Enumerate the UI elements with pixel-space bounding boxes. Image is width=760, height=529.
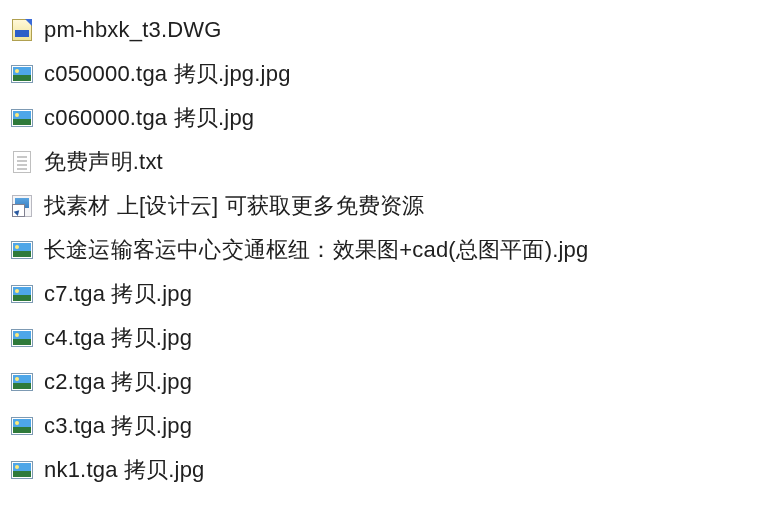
list-item[interactable]: 找素材 上[设计云] 可获取更多免费资源 [4, 184, 756, 228]
file-name-label: c060000.tga 拷贝.jpg [44, 103, 254, 133]
list-item[interactable]: c4.tga 拷贝.jpg [4, 316, 756, 360]
image-file-icon [10, 282, 34, 306]
image-file-icon [10, 326, 34, 350]
text-file-icon [10, 150, 34, 174]
list-item[interactable]: c050000.tga 拷贝.jpg.jpg [4, 52, 756, 96]
list-item[interactable]: nk1.tga 拷贝.jpg [4, 448, 756, 492]
file-name-label: c7.tga 拷贝.jpg [44, 279, 192, 309]
file-name-label: 找素材 上[设计云] 可获取更多免费资源 [44, 191, 424, 221]
list-item[interactable]: 免费声明.txt [4, 140, 756, 184]
file-name-label: c4.tga 拷贝.jpg [44, 323, 192, 353]
file-name-label: c2.tga 拷贝.jpg [44, 367, 192, 397]
file-name-label: 长途运输客运中心交通枢纽：效果图+cad(总图平面).jpg [44, 235, 588, 265]
image-file-icon [10, 458, 34, 482]
image-file-icon [10, 238, 34, 262]
file-name-label: 免费声明.txt [44, 147, 163, 177]
list-item[interactable]: c060000.tga 拷贝.jpg [4, 96, 756, 140]
file-name-label: pm-hbxk_t3.DWG [44, 17, 222, 43]
image-file-icon [10, 370, 34, 394]
file-name-label: c3.tga 拷贝.jpg [44, 411, 192, 441]
list-item[interactable]: pm-hbxk_t3.DWG [4, 8, 756, 52]
file-name-label: nk1.tga 拷贝.jpg [44, 455, 205, 485]
list-item[interactable]: c7.tga 拷贝.jpg [4, 272, 756, 316]
shortcut-icon [10, 194, 34, 218]
list-item[interactable]: c2.tga 拷贝.jpg [4, 360, 756, 404]
dwg-file-icon [10, 18, 34, 42]
list-item[interactable]: 长途运输客运中心交通枢纽：效果图+cad(总图平面).jpg [4, 228, 756, 272]
file-name-label: c050000.tga 拷贝.jpg.jpg [44, 59, 291, 89]
file-list: pm-hbxk_t3.DWG c050000.tga 拷贝.jpg.jpg c0… [4, 8, 756, 492]
image-file-icon [10, 106, 34, 130]
image-file-icon [10, 414, 34, 438]
image-file-icon [10, 62, 34, 86]
list-item[interactable]: c3.tga 拷贝.jpg [4, 404, 756, 448]
